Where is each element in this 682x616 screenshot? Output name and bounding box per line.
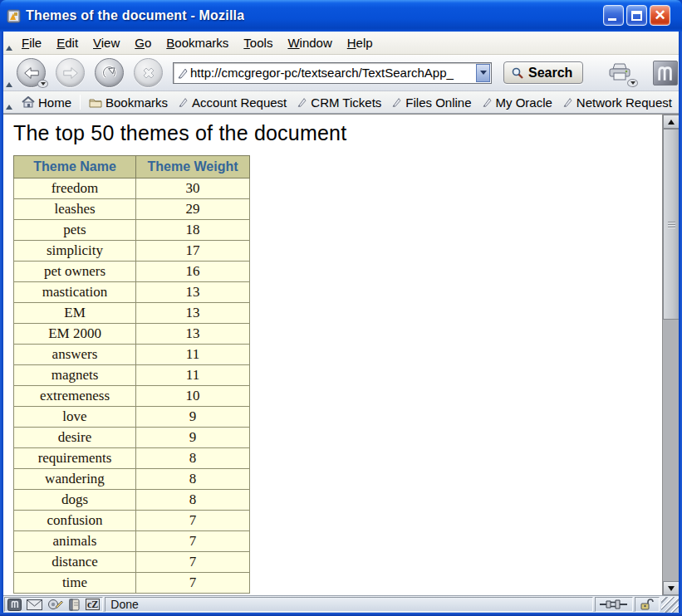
chatzilla-icon[interactable]: cZ — [86, 599, 100, 610]
bookmark-label: CRM Tickets — [311, 95, 381, 110]
url-input[interactable] — [189, 66, 475, 80]
table-row: wandering8 — [14, 469, 250, 490]
menu-bookmarks[interactable]: Bookmarks — [159, 33, 235, 52]
table-row: animals7 — [14, 531, 250, 552]
status-message: Done — [110, 598, 138, 611]
scroll-down-button[interactable] — [663, 581, 679, 595]
menu-window[interactable]: Window — [281, 33, 338, 52]
stop-icon — [141, 66, 156, 81]
theme-name-cell: leashes — [14, 199, 136, 220]
scrollbar-thumb[interactable] — [663, 129, 679, 320]
personalbar-grippy[interactable] — [6, 105, 12, 110]
toolbar-separator — [80, 95, 81, 110]
theme-weight-cell: 8 — [136, 469, 250, 490]
table-row: dogs8 — [14, 490, 250, 511]
bookmarks-menu[interactable]: Bookmarks — [84, 94, 173, 111]
status-message-panel: Done — [105, 597, 593, 612]
table-row: mastication13 — [14, 282, 250, 303]
back-dropdown-icon[interactable] — [37, 80, 48, 88]
component-bar: cZ — [4, 597, 103, 612]
title-bar: Themes of the document - Mozilla ✕ — [0, 0, 682, 32]
table-header-row: Theme Name Theme Weight — [14, 156, 250, 178]
maximize-button[interactable] — [626, 5, 647, 26]
menu-help[interactable]: Help — [341, 33, 380, 52]
bookmark-home-label: Home — [38, 95, 71, 110]
table-row: answers11 — [14, 345, 250, 365]
personal-toolbar: Home Bookmarks Account Request CRM Ticke… — [3, 91, 679, 114]
minimize-icon — [608, 18, 616, 21]
navigation-toolbar: Search — [3, 55, 679, 91]
theme-weight-cell: 13 — [136, 282, 250, 303]
theme-name-cell: EM 2000 — [14, 324, 136, 345]
menu-view[interactable]: View — [86, 33, 126, 52]
unlock-icon — [640, 599, 654, 610]
menu-tools[interactable]: Tools — [237, 33, 279, 52]
navigator-icon[interactable] — [7, 599, 22, 611]
vertical-scrollbar[interactable] — [662, 115, 679, 595]
bookmark-crm-tickets[interactable]: CRM Tickets — [292, 94, 386, 111]
bookmark-files-online[interactable]: Files Online — [386, 94, 476, 111]
table-row: extremeness10 — [14, 386, 250, 407]
theme-name-cell: magnets — [14, 365, 136, 386]
close-button[interactable]: ✕ — [650, 5, 670, 26]
mozilla-throbber[interactable] — [653, 61, 678, 86]
security-status-panel[interactable] — [635, 597, 660, 612]
composer-icon[interactable] — [47, 599, 63, 611]
scroll-up-button[interactable] — [663, 115, 679, 129]
reload-button[interactable] — [95, 58, 124, 87]
theme-name-cell: mastication — [14, 282, 136, 303]
back-button[interactable] — [17, 58, 46, 87]
home-icon — [22, 96, 35, 108]
theme-weight-cell: 8 — [136, 490, 250, 511]
print-dropdown-icon[interactable] — [627, 79, 638, 87]
theme-weight-cell: 17 — [136, 241, 250, 262]
maximize-icon — [631, 11, 642, 21]
theme-weight-cell: 7 — [136, 552, 250, 573]
menu-file[interactable]: File — [15, 33, 48, 52]
window-border-right — [679, 32, 682, 616]
bookmark-account-request[interactable]: Account Request — [173, 94, 292, 111]
table-row: love9 — [14, 407, 250, 428]
printer-icon — [606, 61, 631, 81]
theme-name-cell: extremeness — [14, 386, 136, 407]
addressbook-icon[interactable] — [68, 599, 81, 611]
folder-icon — [89, 97, 102, 108]
bookmark-quill-icon — [391, 96, 402, 108]
theme-name-cell: love — [14, 407, 136, 428]
reload-icon — [101, 64, 119, 82]
menubar-grippy[interactable] — [6, 46, 12, 51]
theme-name-cell: simplicity — [14, 241, 136, 262]
stop-button[interactable] — [134, 58, 163, 87]
bookmark-home[interactable]: Home — [17, 94, 76, 111]
bookmark-quill-icon — [562, 96, 573, 108]
window-border-bottom — [0, 613, 682, 616]
bookmark-label: Network Request — [577, 95, 672, 110]
web-page: The top 50 themes of the document Theme … — [3, 115, 662, 595]
mail-icon[interactable] — [27, 599, 42, 610]
theme-name-cell: desire — [14, 428, 136, 448]
url-dropdown-button[interactable] — [476, 64, 490, 82]
search-button[interactable]: Search — [503, 61, 583, 84]
minimize-button[interactable] — [603, 5, 624, 26]
thumb-grip — [668, 222, 675, 222]
navbar-grippy[interactable] — [6, 82, 12, 87]
menu-bar: File Edit View Go Bookmarks Tools Window… — [3, 32, 679, 55]
thumb-grip — [668, 227, 675, 227]
themes-table: Theme Name Theme Weight freedom30 leashe… — [13, 155, 250, 594]
theme-weight-cell: 29 — [136, 199, 250, 220]
url-bar — [173, 62, 492, 84]
forward-button[interactable] — [56, 58, 85, 87]
bookmark-quill-icon — [297, 96, 307, 108]
print-button[interactable] — [606, 61, 631, 85]
bookmark-label: My Oracle — [496, 95, 552, 110]
theme-name-cell: requirements — [14, 448, 136, 469]
bookmark-network-request[interactable]: Network Request — [557, 94, 677, 111]
theme-name-cell: wandering — [14, 469, 136, 490]
table-row: confusion7 — [14, 511, 250, 531]
theme-weight-cell: 11 — [136, 365, 250, 386]
bookmark-quill-icon — [482, 96, 493, 108]
bookmark-my-oracle[interactable]: My Oracle — [477, 94, 557, 111]
menu-go[interactable]: Go — [128, 33, 158, 52]
menu-edit[interactable]: Edit — [50, 33, 85, 52]
window-resize-grip[interactable] — [661, 597, 679, 613]
